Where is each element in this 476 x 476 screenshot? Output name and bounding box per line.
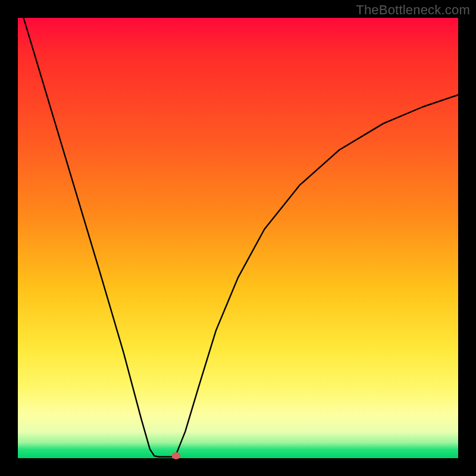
optimum-marker (172, 452, 181, 459)
plot-area (18, 18, 458, 458)
watermark-text: TheBottleneck.com (356, 2, 470, 18)
curve-path (24, 18, 458, 457)
bottleneck-curve (18, 18, 458, 458)
chart-frame: TheBottleneck.com (0, 0, 476, 476)
